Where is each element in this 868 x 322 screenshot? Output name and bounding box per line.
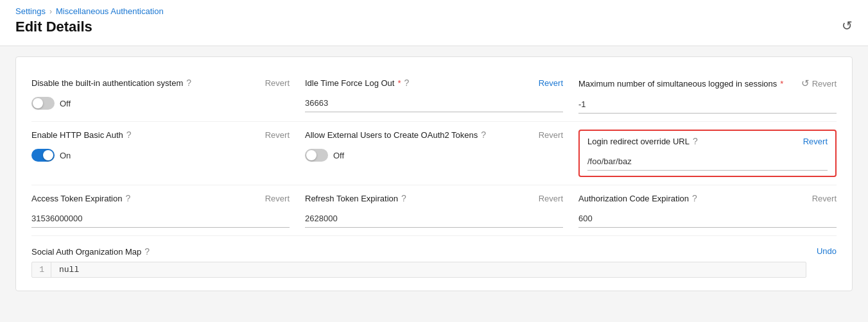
disable-builtin-auth-toggle-label: Off xyxy=(60,99,71,108)
field-refresh-token-label: Refresh Token Expiration ? xyxy=(305,193,406,203)
disable-builtin-auth-revert-button[interactable]: Revert xyxy=(265,78,290,88)
social-auth-section: Social Auth Organization Map ? 1 null xyxy=(31,246,806,278)
disable-builtin-auth-help-icon[interactable]: ? xyxy=(186,78,191,88)
idle-time-revert-button[interactable]: Revert xyxy=(539,78,563,88)
field-auth-code-expiration-header: Authorization Code Expiration ? Revert xyxy=(578,193,837,203)
field-row-2: Enable HTTP Basic Auth ? Revert On xyxy=(31,122,837,185)
field-allow-oauth2: Allow External Users to Create OAuth2 To… xyxy=(305,130,563,177)
social-auth-label: Social Auth Organization Map ? xyxy=(31,246,806,257)
idle-time-required-star: * xyxy=(397,78,401,88)
field-auth-code-expiration-label: Authorization Code Expiration ? xyxy=(578,193,697,203)
field-disable-builtin-auth: Disable the built-in authentication syst… xyxy=(31,78,290,114)
field-allow-oauth2-label: Allow External Users to Create OAuth2 To… xyxy=(305,130,486,140)
field-idle-time: Idle Time Force Log Out * ? Revert xyxy=(305,78,563,114)
allow-oauth2-toggle-container: Off xyxy=(305,149,563,162)
max-sessions-required-star: * xyxy=(780,79,783,89)
breadcrumb-separator: › xyxy=(49,7,52,16)
field-login-redirect-header: Login redirect override URL ? Revert xyxy=(587,136,828,146)
max-sessions-input[interactable] xyxy=(578,96,837,114)
http-basic-auth-toggle-container: On xyxy=(31,149,290,162)
code-line-1: 1 null xyxy=(32,262,806,277)
access-token-input[interactable] xyxy=(31,210,290,228)
auth-code-expiration-help-icon[interactable]: ? xyxy=(692,193,697,203)
toggle-knob xyxy=(306,150,317,160)
line-content-1: null xyxy=(51,262,87,277)
http-basic-auth-revert-button[interactable]: Revert xyxy=(265,130,290,140)
max-sessions-revert-button[interactable]: ↺ Revert xyxy=(801,78,837,89)
refresh-token-help-icon[interactable]: ? xyxy=(401,193,406,203)
field-refresh-token-header: Refresh Token Expiration ? Revert xyxy=(305,193,563,203)
line-number-1: 1 xyxy=(32,262,51,277)
idle-time-input[interactable] xyxy=(305,94,563,112)
field-max-sessions: Maximum number of simultaneous logged in… xyxy=(578,78,837,114)
field-access-token: Access Token Expiration ? Revert xyxy=(31,193,290,228)
login-redirect-help-icon[interactable]: ? xyxy=(693,136,698,146)
idle-time-help-icon[interactable]: ? xyxy=(404,78,410,88)
allow-oauth2-toggle[interactable] xyxy=(305,149,328,162)
field-access-token-label: Access Token Expiration ? xyxy=(31,193,130,203)
toggle-knob xyxy=(43,150,53,160)
field-max-sessions-header: Maximum number of simultaneous logged in… xyxy=(578,78,837,89)
field-idle-time-header: Idle Time Force Log Out * ? Revert xyxy=(305,78,563,88)
auth-code-expiration-revert-button[interactable]: Revert xyxy=(812,194,837,203)
allow-oauth2-toggle-label: Off xyxy=(333,151,344,160)
social-auth-help-icon[interactable]: ? xyxy=(144,246,150,257)
fields-container: Disable the built-in authentication syst… xyxy=(31,70,837,278)
page-header: Settings › Miscellaneous Authentication … xyxy=(0,0,868,46)
revert-circle-icon: ↺ xyxy=(801,78,810,89)
history-icon[interactable]: ↺ xyxy=(842,18,853,33)
access-token-revert-button[interactable]: Revert xyxy=(265,194,290,203)
login-redirect-highlighted-box: Login redirect override URL ? Revert xyxy=(578,130,837,177)
field-allow-oauth2-header: Allow External Users to Create OAuth2 To… xyxy=(305,130,563,140)
field-http-basic-auth-header: Enable HTTP Basic Auth ? Revert xyxy=(31,130,290,140)
access-token-help-icon[interactable]: ? xyxy=(125,193,130,203)
breadcrumb-current: Miscellaneous Authentication xyxy=(56,6,164,16)
field-auth-code-expiration: Authorization Code Expiration ? Revert xyxy=(578,193,837,228)
field-login-redirect: Login redirect override URL ? Revert xyxy=(578,130,837,177)
social-auth-undo-button[interactable]: Undo xyxy=(817,246,837,256)
http-basic-auth-toggle-label: On xyxy=(60,151,71,160)
login-redirect-revert-button[interactable]: Revert xyxy=(803,137,828,146)
settings-card: Disable the built-in authentication syst… xyxy=(15,56,853,291)
field-idle-time-label: Idle Time Force Log Out * ? xyxy=(305,78,409,88)
field-disable-builtin-auth-header: Disable the built-in authentication syst… xyxy=(31,78,290,88)
field-max-sessions-label: Maximum number of simultaneous logged in… xyxy=(578,79,783,89)
disable-builtin-auth-toggle[interactable] xyxy=(31,97,55,110)
field-http-basic-auth: Enable HTTP Basic Auth ? Revert On xyxy=(31,130,290,177)
auth-code-expiration-input[interactable] xyxy=(578,210,837,228)
breadcrumb: Settings › Miscellaneous Authentication xyxy=(15,6,853,16)
login-redirect-input[interactable] xyxy=(587,153,828,171)
social-auth-row: Social Auth Organization Map ? 1 null Un… xyxy=(31,236,837,278)
content-area: Disable the built-in authentication syst… xyxy=(0,46,868,301)
field-row-1: Disable the built-in authentication syst… xyxy=(31,70,837,122)
http-basic-auth-help-icon[interactable]: ? xyxy=(126,130,132,140)
allow-oauth2-help-icon[interactable]: ? xyxy=(481,130,486,140)
allow-oauth2-revert-button[interactable]: Revert xyxy=(539,130,563,140)
toggle-knob xyxy=(33,98,43,108)
field-row-3: Access Token Expiration ? Revert Refresh… xyxy=(31,185,837,236)
http-basic-auth-toggle[interactable] xyxy=(31,149,55,162)
field-refresh-token: Refresh Token Expiration ? Revert xyxy=(305,193,563,228)
field-login-redirect-label: Login redirect override URL ? xyxy=(587,136,698,146)
page-title: Edit Details xyxy=(15,19,853,35)
field-http-basic-auth-label: Enable HTTP Basic Auth ? xyxy=(31,130,132,140)
field-access-token-header: Access Token Expiration ? Revert xyxy=(31,193,290,203)
social-auth-code-editor[interactable]: 1 null xyxy=(31,262,806,278)
refresh-token-input[interactable] xyxy=(305,210,563,228)
disable-builtin-auth-toggle-container: Off xyxy=(31,97,290,110)
field-disable-builtin-auth-label: Disable the built-in authentication syst… xyxy=(31,78,191,88)
breadcrumb-settings-link[interactable]: Settings xyxy=(15,6,46,16)
refresh-token-revert-button[interactable]: Revert xyxy=(539,194,563,203)
